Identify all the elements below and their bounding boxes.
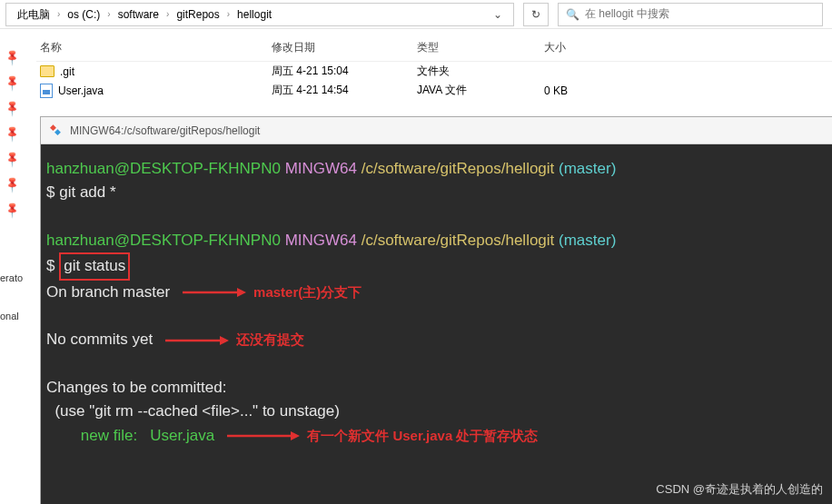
file-list-header: 名称 修改日期 类型 大小 xyxy=(36,35,832,62)
file-name: User.java xyxy=(58,84,104,97)
sidebar-text: erato xyxy=(0,272,23,283)
file-size: 0 KB xyxy=(540,83,631,99)
file-size xyxy=(540,70,631,74)
file-date: 周五 4-21 15:04 xyxy=(268,62,413,81)
svg-marker-3 xyxy=(220,336,229,345)
annotation: master(主)分支下 xyxy=(253,284,362,300)
file-date: 周五 4-21 14:54 xyxy=(268,81,413,100)
svg-marker-5 xyxy=(291,431,300,440)
pin-icon[interactable]: 📌 xyxy=(3,124,21,143)
arrow-icon xyxy=(165,335,229,346)
file-type: 文件夹 xyxy=(413,62,540,81)
java-file-icon xyxy=(40,84,53,98)
arrow-icon xyxy=(227,430,300,441)
quick-access-pins: 📌 📌 📌 📌 📌 📌 📌 xyxy=(5,51,18,216)
col-type[interactable]: 类型 xyxy=(413,38,540,57)
file-row[interactable]: User.java 周五 4-21 14:54 JAVA 文件 0 KB xyxy=(36,81,832,100)
crumb-hellogit[interactable]: hellogit xyxy=(232,4,277,25)
annotation: 有一个新文件 User.java 处于暂存状态 xyxy=(307,428,538,443)
crumb-drive[interactable]: os (C:) xyxy=(62,4,105,25)
folder-icon xyxy=(40,65,54,77)
col-date[interactable]: 修改日期 xyxy=(268,38,413,57)
col-name[interactable]: 名称 xyxy=(36,38,268,57)
pin-icon[interactable]: 📌 xyxy=(3,99,21,117)
pin-icon[interactable]: 📌 xyxy=(3,48,21,66)
sidebar-text: onal xyxy=(0,311,23,321)
crumb-software[interactable]: software xyxy=(113,4,164,25)
arrow-icon xyxy=(183,287,246,298)
file-list: 名称 修改日期 类型 大小 .git 周五 4-21 15:04 文件夹 Use… xyxy=(0,29,832,105)
col-size[interactable]: 大小 xyxy=(540,38,631,57)
pin-icon[interactable]: 📌 xyxy=(3,201,21,219)
chevron-right-icon: › xyxy=(225,9,232,19)
chevron-right-icon: › xyxy=(105,9,112,19)
highlighted-command: git status xyxy=(59,252,130,280)
terminal-title-text: MINGW64:/c/software/gitRepos/hellogit xyxy=(70,124,260,137)
crumb-gitrepos[interactable]: gitRepos xyxy=(171,4,224,25)
search-input[interactable]: 🔍 在 hellogit 中搜索 xyxy=(558,3,823,26)
address-bar: 此电脑› os (C:)› software› gitRepos› hellog… xyxy=(0,0,832,29)
refresh-button[interactable]: ↻ xyxy=(523,3,549,26)
pin-icon[interactable]: 📌 xyxy=(3,74,21,92)
annotation: 还没有提交 xyxy=(236,331,304,347)
chevron-right-icon: › xyxy=(164,9,171,19)
mingw-logo-icon xyxy=(50,124,63,137)
pin-icon[interactable]: 📌 xyxy=(3,175,21,193)
file-name: .git xyxy=(60,65,74,78)
file-row[interactable]: .git 周五 4-21 15:04 文件夹 xyxy=(36,62,832,81)
watermark: CSDN @奇迹是执着的人创造的 xyxy=(656,480,823,499)
chevron-right-icon: › xyxy=(55,9,62,19)
file-type: JAVA 文件 xyxy=(413,81,540,100)
chevron-down-icon[interactable]: ⌄ xyxy=(488,8,508,21)
pin-icon[interactable]: 📌 xyxy=(3,150,21,168)
terminal-body[interactable]: hanzhuan@DESKTOP-FKHNPN0 MINGW64 /c/soft… xyxy=(41,144,832,504)
breadcrumb[interactable]: 此电脑› os (C:)› software› gitRepos› hellog… xyxy=(5,3,514,26)
search-placeholder: 在 hellogit 中搜索 xyxy=(585,6,669,22)
terminal-titlebar[interactable]: MINGW64:/c/software/gitRepos/hellogit xyxy=(41,117,832,144)
search-icon: 🔍 xyxy=(566,8,579,21)
crumb-thispc[interactable]: 此电脑 xyxy=(12,4,55,25)
terminal-window: MINGW64:/c/software/gitRepos/hellogit ha… xyxy=(40,116,832,504)
svg-marker-1 xyxy=(237,288,246,297)
sidebar-fragment: erato onal xyxy=(0,272,23,349)
